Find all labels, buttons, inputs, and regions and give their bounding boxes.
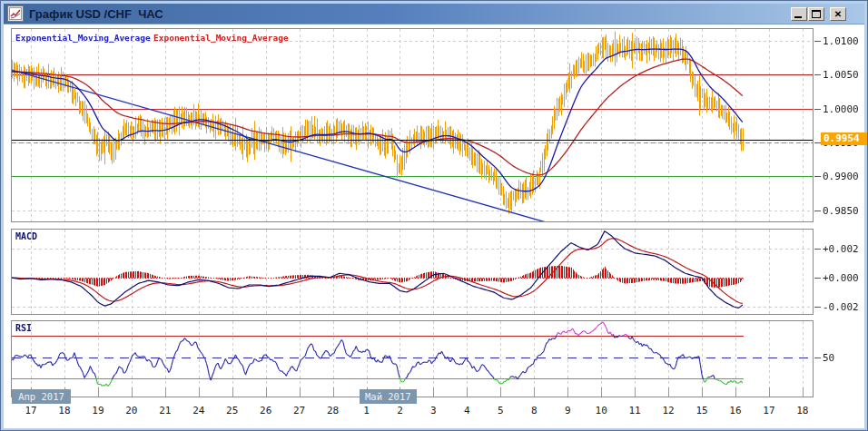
time-tick-label: 9 xyxy=(555,405,580,416)
time-tick-label: 4 xyxy=(454,405,479,416)
window-controls: ✕ xyxy=(790,7,846,21)
time-tick-label: 25 xyxy=(220,405,245,416)
price-tick-label: 0.9900 xyxy=(823,171,859,182)
ema-fast-label: Exponential_Moving_Average xyxy=(15,33,151,43)
time-tick-label: 28 xyxy=(321,405,346,416)
rsi-tick-label: 50 xyxy=(823,352,834,364)
close-icon: ✕ xyxy=(834,9,842,19)
titlebar[interactable]: График USD /CHF ЧАС ✕ xyxy=(4,4,864,24)
time-tick-label: 24 xyxy=(186,405,212,416)
price-tick-label: 0.9850 xyxy=(823,205,859,217)
price-panel: Exponential_Moving_Average Exponential_M… xyxy=(11,28,814,222)
time-tick-label: 11 xyxy=(622,405,647,416)
maximize-button[interactable] xyxy=(808,7,824,21)
ema-slow-label: Exponential_Moving_Average xyxy=(153,33,289,43)
time-tick-label: 27 xyxy=(287,405,312,416)
time-tick-label: 21 xyxy=(153,405,178,416)
time-tick-label: 18 xyxy=(52,405,77,416)
macd-panel: MACD xyxy=(11,229,814,315)
price-tick-label: 1.0100 xyxy=(823,35,859,47)
chart-client-area: Exponential_Moving_Average Exponential_M… xyxy=(4,24,864,428)
macd-chart-canvas[interactable] xyxy=(12,230,813,314)
axis-tick xyxy=(814,278,821,279)
time-tick-label: 3 xyxy=(420,405,446,416)
time-tick-label: 2 xyxy=(387,405,412,416)
maximize-icon xyxy=(812,10,821,18)
axis-tick xyxy=(814,176,821,177)
month-badge: Май 2017 xyxy=(360,389,417,404)
time-tick-label: 17 xyxy=(756,405,782,416)
chart-window: График USD /CHF ЧАС ✕ Exponential_Moving… xyxy=(0,0,868,431)
axis-tick xyxy=(814,74,821,75)
time-tick-label: 16 xyxy=(723,405,748,416)
price-tick-label: 1.0050 xyxy=(823,69,859,81)
time-tick-label: 19 xyxy=(85,405,111,416)
time-tick-label: 10 xyxy=(588,405,614,416)
chart-icon xyxy=(7,5,24,22)
axis-tick xyxy=(814,109,821,110)
macd-tick-label: +0.002 xyxy=(823,243,859,255)
axis-tick xyxy=(814,249,821,250)
macd-tick-label: -0.002 xyxy=(823,301,859,313)
price-chart-canvas[interactable] xyxy=(12,29,813,221)
minimize-icon xyxy=(794,16,802,18)
current-price-badge: 0.9954 xyxy=(821,132,867,145)
time-tick-label: 1 xyxy=(354,405,380,416)
rsi-label: RSI xyxy=(15,323,32,333)
rsi-chart-canvas[interactable] xyxy=(12,321,813,397)
macd-tick-label: +0.000 xyxy=(823,272,859,284)
axis-tick xyxy=(814,358,821,358)
time-tick-label: 5 xyxy=(488,405,513,416)
time-tick-label: 12 xyxy=(656,405,681,416)
time-tick-label: 8 xyxy=(521,405,547,416)
rsi-panel: RSI xyxy=(11,320,814,397)
time-tick-label: 15 xyxy=(689,405,715,416)
axis-tick xyxy=(814,307,821,308)
window-title: График USD /CHF ЧАС xyxy=(29,7,163,21)
minimize-button[interactable] xyxy=(791,7,807,21)
month-badge: Апр 2017 xyxy=(12,389,71,404)
time-tick-label: 20 xyxy=(119,405,144,416)
time-tick-label: 18 xyxy=(790,405,815,416)
price-tick-label: 1.0000 xyxy=(823,103,859,115)
close-button[interactable]: ✕ xyxy=(830,7,846,21)
macd-label: MACD xyxy=(15,231,37,241)
time-tick-label: 26 xyxy=(253,405,279,416)
axis-tick xyxy=(814,211,821,211)
axis-tick xyxy=(814,41,821,42)
axis-tick xyxy=(814,142,821,143)
time-tick-label: 17 xyxy=(18,405,44,416)
